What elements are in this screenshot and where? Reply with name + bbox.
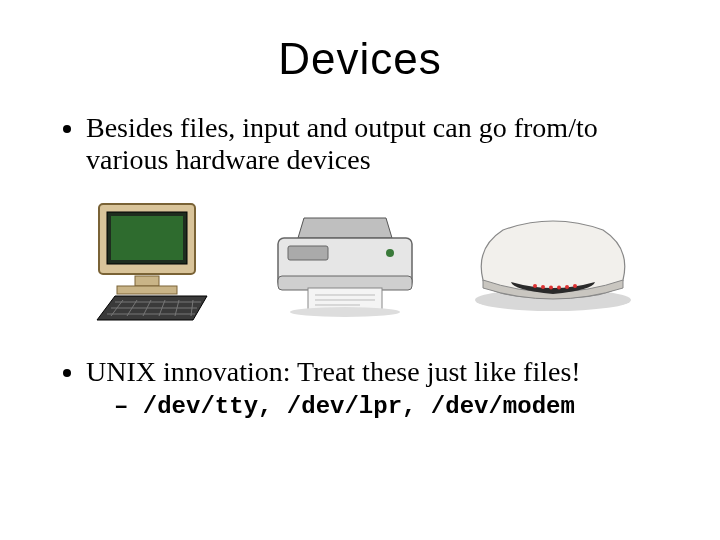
svg-point-30 — [565, 285, 569, 289]
svg-marker-15 — [298, 218, 392, 238]
printer-image — [260, 208, 430, 318]
sub-bullet-list: /dev/tty, /dev/lpr, /dev/modem — [86, 393, 670, 421]
svg-point-26 — [533, 284, 537, 288]
sub-bullet-1: /dev/tty, /dev/lpr, /dev/modem — [114, 393, 670, 421]
svg-rect-3 — [135, 276, 159, 286]
modem-icon — [463, 208, 643, 318]
slide: Devices Besides files, input and output … — [0, 0, 720, 540]
svg-point-28 — [549, 286, 553, 290]
bullet-item-2-text: UNIX innovation: Treat these just like f… — [86, 356, 581, 387]
svg-rect-18 — [288, 246, 328, 260]
images-row — [60, 188, 660, 338]
svg-point-19 — [386, 249, 394, 257]
computer-icon — [77, 198, 227, 328]
bullet-list-2: UNIX innovation: Treat these just like f… — [58, 356, 670, 420]
slide-title: Devices — [50, 34, 670, 84]
modem-image — [463, 208, 643, 318]
svg-point-29 — [557, 286, 561, 290]
svg-rect-20 — [308, 288, 382, 310]
printer-icon — [260, 208, 430, 318]
bullet-item-2: UNIX innovation: Treat these just like f… — [86, 356, 670, 420]
svg-rect-2 — [111, 216, 183, 260]
bullet-list: Besides files, input and output can go f… — [58, 112, 670, 176]
svg-rect-4 — [117, 286, 177, 294]
svg-point-31 — [573, 284, 577, 288]
svg-point-24 — [290, 307, 400, 317]
bullet-item-1: Besides files, input and output can go f… — [86, 112, 670, 176]
svg-point-27 — [541, 285, 545, 289]
computer-image — [77, 198, 227, 328]
